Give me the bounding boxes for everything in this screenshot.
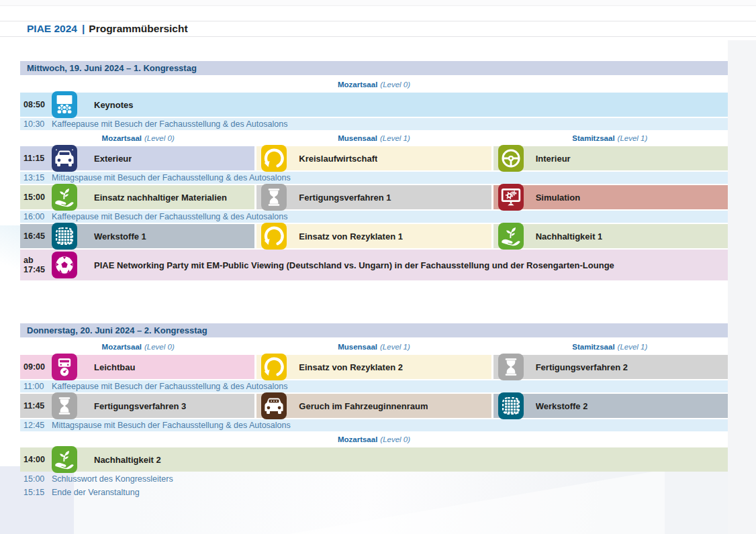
day-header: Mittwoch, 19. Juni 2024 – 1. Kongresstag — [20, 61, 728, 75]
break-text: Mittagspause mit Besuch der Fachausstell… — [52, 419, 291, 431]
room-header-row: Mozartsaal(Level 0) — [20, 433, 728, 446]
session-label: Einsatz nachhaltiger Materialien — [94, 193, 227, 203]
session-bar: ab 17:45 PIAE Networking Party mit EM-Pu… — [20, 250, 728, 280]
break-time: 12:45 — [23, 419, 52, 431]
room-name: Stamitzsaal — [572, 343, 614, 351]
break-text: Kaffeepause mit Besuch der Fachausstellu… — [52, 118, 287, 130]
session-bar: 15:00 Einsatz nachhaltiger Materialien — [20, 185, 254, 209]
break-text: Schlusswort des Kongressleiters — [52, 473, 173, 485]
session-row: 11:15 Exterieur Kreislaufwirtschaft Inte… — [20, 146, 728, 170]
room-level: (Level 1) — [380, 343, 410, 351]
room-header: Mozartsaal(Level 0) — [20, 340, 256, 354]
session-time: 09:00 — [20, 362, 52, 372]
session-bar: 14:00 Nachhaltigkeit 2 — [20, 447, 728, 472]
recycle-icon — [261, 354, 287, 380]
room-level: (Level 1) — [618, 343, 648, 351]
session-label: Nachhaltigkeit 2 — [94, 455, 161, 465]
woven-material-icon — [498, 392, 524, 419]
room-name: Musensaal — [338, 134, 377, 142]
session-bar: Werkstoffe 2 — [493, 394, 728, 418]
car-interior-icon — [261, 392, 287, 419]
room-header: Stamitzsaal(Level 1) — [492, 131, 728, 145]
session-time: 14:00 — [20, 455, 52, 464]
session-row: 14:00 Nachhaltigkeit 2 — [20, 447, 728, 472]
break-time: 16:00 — [23, 211, 52, 223]
session-label: Einsatz von Rezyklaten 1 — [299, 231, 403, 242]
room-level: (Level 1) — [380, 134, 410, 142]
session-row: 11:45 Fertigungsverfahren 3 Geruch im Fa… — [20, 394, 728, 418]
session-row: 16:45Werkstoffe 1 Einsatz von Rezyklaten… — [20, 224, 728, 248]
room-header-row: Mozartsaal(Level 0)Musensaal(Level 1)Sta… — [20, 340, 728, 354]
page-title: PIAE 2024|Programmübersicht — [27, 21, 188, 36]
session-label: Fertigungsverfahren 2 — [536, 362, 628, 372]
recycle-icon — [261, 145, 287, 172]
hourglass-icon — [261, 184, 287, 211]
session-label: Einsatz von Rezyklaten 2 — [299, 362, 403, 372]
session-bar: Einsatz von Rezyklaten 1 — [256, 224, 491, 248]
session-bar: 16:45Werkstoffe 1 — [20, 224, 254, 248]
session-bar: 08:50 Keynotes — [20, 93, 728, 117]
room-header: Mozartsaal(Level 0) — [20, 433, 728, 446]
break-text: Mittagspause mit Besuch der Fachausstell… — [52, 172, 291, 184]
day-section: Mittwoch, 19. Juni 2024 – 1. Kongresstag… — [20, 61, 728, 282]
room-name: Mozartsaal — [338, 81, 377, 89]
break-row: 10:30Kaffeepause mit Besuch der Fachauss… — [20, 118, 728, 130]
break-time: 13:15 — [23, 172, 52, 184]
session-label: Exterieur — [94, 154, 132, 164]
car-front-icon — [52, 145, 77, 172]
break-row: 16:00Kaffeepause mit Besuch der Fachauss… — [20, 211, 728, 223]
session-label: Leichtbau — [94, 362, 135, 372]
hand-plant-icon — [52, 184, 77, 211]
session-bar: Geruch im Fahrzeuginnenraum — [256, 394, 491, 418]
session-row: ab 17:45 PIAE Networking Party mit EM-Pu… — [20, 250, 728, 280]
session-label: Simulation — [536, 193, 580, 203]
room-name: Mozartsaal — [102, 343, 142, 351]
closing-note-row: 15:00Schlusswort des Kongressleiters — [20, 473, 728, 485]
session-bar: Interieur — [493, 146, 728, 170]
session-bar: Fertigungsverfahren 1 — [256, 185, 491, 209]
room-header-row: Mozartsaal(Level 0) — [20, 78, 728, 91]
session-bar: 11:15 Exterieur — [20, 146, 254, 170]
background-shape-left — [0, 225, 20, 283]
steering-wheel-icon — [498, 145, 524, 172]
woven-material-icon — [52, 223, 77, 250]
session-time: 15:00 — [20, 193, 52, 202]
hand-plant-icon — [498, 223, 524, 250]
break-text: Kaffeepause mit Besuch der Fachausstellu… — [52, 211, 287, 223]
room-level: (Level 0) — [380, 435, 410, 443]
title-separator: | — [77, 23, 89, 34]
session-label: Werkstoffe 1 — [94, 231, 146, 242]
room-header-row: Mozartsaal(Level 0)Musensaal(Level 1)Sta… — [20, 131, 728, 145]
session-label: Werkstoffe 2 — [536, 401, 588, 411]
room-level: (Level 1) — [618, 134, 648, 142]
break-time: 15:00 — [23, 473, 52, 485]
room-header: Mozartsaal(Level 0) — [20, 131, 256, 145]
break-row: 12:45Mittagspause mit Besuch der Fachaus… — [20, 419, 728, 431]
break-row: 13:15Mittagspause mit Besuch der Fachaus… — [20, 172, 728, 184]
session-row: 09:00 Leichtbau Einsatz von Rezyklaten 2… — [20, 355, 728, 379]
session-label: Kreislaufwirtschaft — [299, 154, 377, 164]
closing-note-row: 15:15Ende der Veranstaltung — [20, 486, 728, 498]
session-time: 11:45 — [20, 401, 52, 411]
session-time: ab 17:45 — [20, 256, 52, 275]
room-name: Mozartsaal — [102, 134, 142, 142]
page-subtitle: Programmübersicht — [89, 23, 187, 34]
room-header: Stamitzsaal(Level 1) — [492, 340, 728, 354]
soccer-ball-icon — [52, 252, 77, 278]
title-bar: PIAE 2024|Programmübersicht — [0, 21, 756, 37]
session-bar: 09:00 Leichtbau — [20, 355, 254, 379]
day-section: Donnerstag, 20. Juni 2024 – 2. Kongresst… — [20, 323, 728, 500]
break-time: 15:15 — [23, 486, 52, 498]
session-time: 16:45 — [20, 231, 52, 241]
session-bar: Einsatz von Rezyklaten 2 — [256, 355, 491, 379]
room-header: Mozartsaal(Level 0) — [20, 78, 728, 91]
brand-title: PIAE 2024 — [27, 23, 77, 34]
session-row: 15:00 Einsatz nachhaltiger Materialien F… — [20, 185, 728, 209]
session-bar: 11:45 Fertigungsverfahren 3 — [20, 394, 254, 418]
session-label: Fertigungsverfahren 3 — [94, 401, 186, 411]
session-label: Interieur — [536, 154, 571, 164]
window-top-strip — [0, 0, 756, 6]
session-bar: Fertigungsverfahren 2 — [493, 355, 728, 379]
session-label: Keynotes — [94, 100, 134, 110]
session-label: Fertigungsverfahren 1 — [299, 193, 391, 203]
